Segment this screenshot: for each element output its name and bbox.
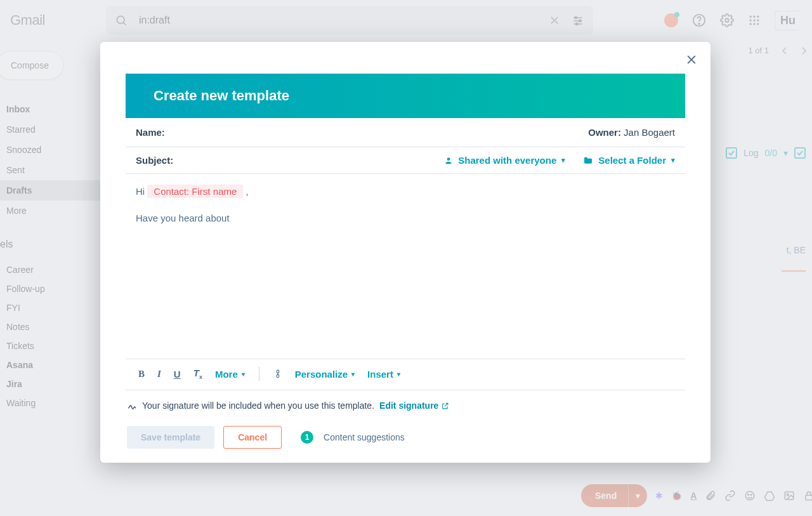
- create-template-modal: Create new template Name: Owner: Jan Bog…: [100, 42, 710, 463]
- more-dropdown[interactable]: More ▾: [215, 369, 245, 380]
- user-icon: [444, 156, 453, 165]
- signature-note: Your signature will be included when you…: [126, 390, 685, 411]
- name-label: Name:: [136, 127, 165, 138]
- close-icon[interactable]: [685, 53, 698, 66]
- caret-down-icon: ▾: [561, 156, 565, 164]
- row-name: Name: Owner: Jan Bogaert: [126, 118, 685, 147]
- owner-field: Owner: Jan Bogaert: [588, 127, 675, 138]
- svg-point-37: [447, 157, 450, 161]
- chain-link-icon[interactable]: [273, 369, 282, 379]
- save-template-button[interactable]: Save template: [127, 426, 214, 449]
- folder-icon: [583, 155, 593, 166]
- signature-icon: [127, 400, 137, 411]
- owner-value: Jan Bogaert: [624, 127, 675, 138]
- editor-toolbar: B I U Tx More ▾ Personalize ▾ Insert ▾: [126, 359, 685, 390]
- owner-label: Owner:: [588, 127, 621, 138]
- personalization-token[interactable]: Contact: First name: [147, 185, 243, 198]
- template-editor[interactable]: Hi Contact: First name , Have you heard …: [126, 174, 685, 359]
- content-suggestions-link[interactable]: Content suggestions: [324, 432, 405, 442]
- bold-button[interactable]: B: [138, 369, 145, 380]
- modal-title: Create new template: [126, 74, 685, 118]
- modal-footer: Save template Cancel 1 Content suggestio…: [126, 411, 685, 449]
- cancel-button[interactable]: Cancel: [223, 426, 282, 449]
- clear-format-button[interactable]: Tx: [193, 367, 202, 380]
- suggestion-count-badge[interactable]: 1: [301, 431, 313, 444]
- insert-dropdown[interactable]: Insert ▾: [367, 369, 400, 380]
- share-dropdown[interactable]: Shared with everyone ▾: [444, 155, 565, 166]
- toolbar-separator: [259, 367, 259, 381]
- external-link-icon: [441, 402, 449, 410]
- folder-dropdown[interactable]: Select a Folder ▾: [583, 155, 675, 166]
- subject-label: Subject:: [136, 155, 173, 166]
- underline-button[interactable]: U: [174, 369, 181, 380]
- edit-signature-link[interactable]: Edit signature: [379, 400, 449, 411]
- italic-button[interactable]: I: [157, 369, 161, 380]
- row-subject: Subject: Shared with everyone ▾ Select a…: [126, 147, 685, 174]
- caret-down-icon: ▾: [671, 156, 675, 164]
- personalize-dropdown[interactable]: Personalize ▾: [295, 369, 355, 380]
